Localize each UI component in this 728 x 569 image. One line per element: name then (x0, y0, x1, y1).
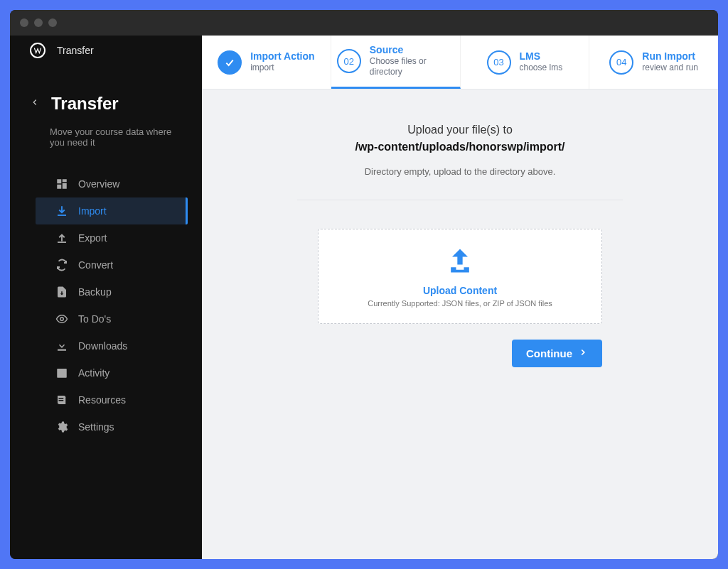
sidebar-item-label: Backup (78, 286, 112, 298)
step-subtitle: import (250, 63, 314, 74)
step-badge: 02 (337, 49, 361, 73)
sidebar-item-settings[interactable]: Settings (36, 413, 188, 440)
grid-icon (55, 178, 68, 190)
main-content: Import Action import 02 Source Choose fi… (202, 36, 718, 559)
sidebar-nav: Overview Import Export (10, 170, 202, 440)
step-subtitle: Choose files or directory (370, 56, 454, 78)
svg-rect-2 (63, 183, 67, 189)
sidebar-item-label: Import (78, 205, 107, 217)
app-window: Transfer Transfer Move your course data … (10, 10, 718, 559)
step-title: LMS (520, 50, 563, 63)
gear-icon (55, 421, 68, 433)
sidebar-item-label: Overview (78, 178, 119, 190)
step-source[interactable]: 02 Source Choose files or directory (331, 36, 461, 89)
window-dot (48, 18, 57, 27)
sidebar: Transfer Transfer Move your course data … (10, 36, 202, 559)
step-title: Run Import (642, 50, 698, 63)
svg-rect-0 (57, 179, 61, 183)
content-area: Upload your file(s) to /wp-content/uploa… (202, 90, 718, 396)
stepper: Import Action import 02 Source Choose fi… (202, 36, 718, 90)
back-icon[interactable] (30, 97, 40, 110)
sidebar-item-activity[interactable]: Activity (36, 359, 188, 386)
eye-icon (55, 313, 68, 325)
arrow-down-icon (55, 340, 68, 352)
wordpress-logo-icon (30, 43, 46, 58)
sidebar-item-todos[interactable]: To Do's (36, 305, 188, 332)
sidebar-header: Transfer (10, 36, 202, 65)
step-run-import[interactable]: 04 Run Import review and run (589, 36, 718, 89)
sidebar-item-label: To Do's (78, 313, 111, 325)
download-icon (55, 205, 68, 217)
chevron-right-icon (578, 347, 588, 359)
step-import-action[interactable]: Import Action import (202, 36, 331, 89)
svg-rect-1 (63, 179, 67, 182)
book-icon (55, 394, 68, 406)
sidebar-item-resources[interactable]: Resources (36, 386, 188, 413)
sidebar-item-label: Resources (78, 394, 126, 406)
svg-rect-6 (57, 370, 67, 378)
step-title: Source (370, 44, 454, 56)
upload-path: /wp-content/uploads/honorswp/import/ (355, 141, 564, 153)
sidebar-title-block: Transfer (10, 65, 202, 116)
window-dot (34, 18, 43, 27)
svg-rect-9 (59, 400, 64, 401)
sidebar-item-convert[interactable]: Convert (36, 251, 188, 278)
sidebar-item-backup[interactable]: Backup (36, 278, 188, 305)
svg-rect-3 (57, 185, 61, 189)
svg-rect-7 (57, 369, 67, 371)
upload-drop-title: Upload Content (423, 285, 497, 296)
sidebar-item-import[interactable]: Import (36, 197, 188, 224)
upload-note: Directory empty, upload to the directory… (365, 166, 556, 177)
step-lms[interactable]: 03 LMS choose lms (461, 36, 590, 89)
upload-arrow-icon (444, 245, 476, 279)
svg-rect-8 (59, 398, 64, 399)
upload-icon (55, 232, 68, 244)
page-subtitle: Move your course data where you need it (10, 116, 202, 170)
step-badge: 03 (487, 50, 511, 75)
step-title: Import Action (250, 50, 314, 63)
step-badge: 04 (609, 50, 633, 75)
svg-rect-5 (58, 349, 66, 351)
sidebar-item-export[interactable]: Export (36, 224, 188, 251)
archive-icon (55, 286, 68, 298)
sidebar-item-label: Activity (78, 367, 109, 379)
continue-button[interactable]: Continue (512, 340, 602, 367)
divider (297, 200, 622, 200)
sidebar-item-label: Convert (78, 259, 113, 271)
box-icon (55, 367, 68, 379)
window-dot (20, 18, 28, 27)
sidebar-item-label: Downloads (78, 340, 127, 352)
sidebar-item-overview[interactable]: Overview (36, 170, 188, 197)
upload-dropzone[interactable]: Upload Content Currently Supported: JSON… (318, 229, 602, 324)
sidebar-item-label: Settings (78, 421, 114, 433)
step-badge-check-icon (218, 50, 242, 75)
sidebar-item-label: Export (78, 232, 107, 244)
step-subtitle: choose lms (520, 63, 563, 74)
app-name: Transfer (57, 45, 94, 56)
step-subtitle: review and run (642, 63, 698, 74)
svg-point-4 (60, 318, 64, 321)
continue-button-label: Continue (526, 347, 572, 359)
upload-drop-subtitle: Currently Supported: JSON files, or ZIP … (368, 299, 552, 308)
refresh-icon (55, 259, 68, 271)
sidebar-item-downloads[interactable]: Downloads (36, 332, 188, 359)
page-title: Transfer (51, 94, 119, 114)
window-titlebar (10, 10, 718, 36)
upload-heading: Upload your file(s) to (407, 124, 513, 136)
